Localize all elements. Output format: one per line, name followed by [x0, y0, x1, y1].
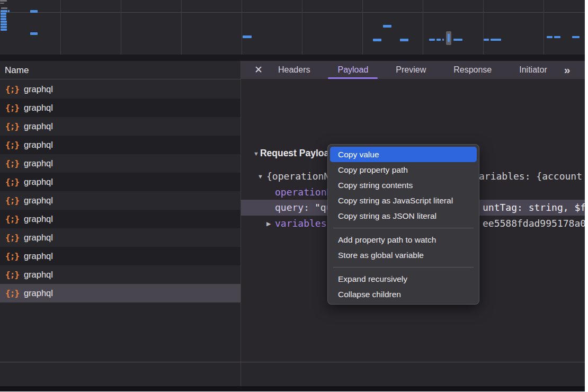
waterfall-bar: [1, 13, 6, 15]
menu-item-copy-value[interactable]: Copy value: [330, 147, 477, 162]
network-request-row[interactable]: {;}graphql: [0, 284, 240, 302]
overview-gridline: [423, 0, 423, 55]
property-key: query:: [275, 202, 309, 213]
waterfall-bar: [453, 39, 462, 41]
json-braces-icon: {;}: [5, 84, 19, 94]
network-request-row[interactable]: {;}graphql: [0, 136, 240, 154]
json-braces-icon: {;}: [5, 214, 19, 224]
tab-payload[interactable]: Payload: [324, 61, 382, 79]
waterfall-bar: [1, 23, 7, 25]
waterfall-bar: [1, 7, 7, 9]
menu-item-copy-string-as-json-literal[interactable]: Copy string as JSON literal: [330, 208, 477, 224]
menu-item-store-as-global-variable[interactable]: Store as global variable: [330, 247, 477, 263]
network-request-row[interactable]: {;}graphql: [0, 154, 240, 173]
json-braces-icon: {;}: [5, 288, 19, 298]
waterfall-bar: [30, 10, 38, 13]
property-value-right-fragment: untTag: string, $f: [483, 200, 585, 216]
request-name-label: graphql: [24, 140, 53, 150]
footer-vertical-divider: [240, 362, 241, 386]
tab-initiator[interactable]: Initiator: [505, 61, 560, 79]
menu-item-copy-string-as-javascript-literal[interactable]: Copy string as JavaScript literal: [330, 193, 477, 208]
collapsed-arrow-icon[interactable]: ▶: [266, 220, 271, 227]
request-name-label: graphql: [24, 103, 53, 113]
network-request-list: Name {;}graphql{;}graphql{;}graphql{;}gr…: [0, 61, 241, 362]
waterfall-bar: [1, 26, 7, 28]
json-braces-icon: {;}: [5, 233, 19, 243]
waterfall-bar: [8, 10, 10, 12]
json-braces-icon: {;}: [5, 140, 19, 150]
network-request-row[interactable]: {;}graphql: [0, 80, 240, 99]
name-column-label: Name: [5, 65, 29, 75]
waterfall-bar: [547, 36, 553, 38]
overview-gridline: [483, 0, 484, 55]
json-braces-icon: {;}: [5, 270, 19, 280]
menu-item-expand-recursively[interactable]: Expand recursively: [330, 271, 477, 287]
waterfall-bar: [429, 39, 435, 41]
bottom-black-bar: [0, 386, 585, 391]
status-footer: [0, 362, 585, 386]
json-braces-icon: {;}: [5, 195, 19, 206]
request-name-label: graphql: [24, 288, 53, 298]
waterfall-bar: [484, 39, 489, 41]
json-braces-icon: {;}: [5, 251, 19, 261]
waterfall-bar: [448, 34, 450, 42]
network-request-row[interactable]: {;}graphql: [0, 210, 240, 228]
request-name-label: graphql: [24, 251, 53, 261]
waterfall-bar: [30, 32, 38, 35]
network-request-row[interactable]: {;}graphql: [0, 99, 240, 117]
menu-item-collapse-children[interactable]: Collapse children: [330, 287, 477, 302]
close-icon[interactable]: ✕: [253, 61, 264, 79]
request-name-label: graphql: [24, 121, 53, 131]
waterfall-bar: [491, 39, 501, 41]
devtools-content: Name {;}graphql{;}graphql{;}graphql{;}gr…: [0, 0, 585, 391]
waterfall-bar: [1, 29, 7, 31]
request-name-label: graphql: [24, 158, 53, 168]
network-request-row[interactable]: {;}graphql: [0, 173, 240, 191]
more-tabs-icon[interactable]: »: [561, 64, 569, 76]
network-request-row[interactable]: {;}graphql: [0, 265, 240, 284]
menu-item-copy-property-path[interactable]: Copy property path: [330, 162, 477, 177]
network-request-row[interactable]: {;}graphql: [0, 117, 240, 136]
request-name-label: graphql: [24, 195, 53, 206]
name-column-header[interactable]: Name: [0, 61, 240, 79]
menu-item-copy-string-contents[interactable]: Copy string contents: [330, 177, 477, 193]
request-name-label: graphql: [24, 177, 53, 187]
network-request-row[interactable]: {;}graphql: [0, 191, 240, 210]
expand-arrow-icon[interactable]: ▼: [257, 173, 263, 180]
waterfall-bar: [1, 10, 7, 12]
waterfall-bar: [0, 0, 7, 2]
overview-bottom-strip: [0, 55, 585, 61]
waterfall-bar: [373, 39, 381, 41]
tab-response[interactable]: Response: [440, 61, 505, 79]
request-name-label: graphql: [24, 270, 53, 280]
network-overview-timeline[interactable]: [0, 0, 585, 61]
overview-gridline: [242, 0, 242, 55]
waterfall-bar: [572, 36, 580, 38]
request-payload-section-header[interactable]: ▼ Request Payload: [253, 148, 335, 159]
tab-preview[interactable]: Preview: [382, 61, 440, 79]
detail-tab-bar: ✕ HeadersPayloadPreviewResponseInitiator…: [241, 61, 585, 79]
json-braces-icon: {;}: [5, 103, 19, 113]
request-name-label: graphql: [24, 84, 53, 94]
overview-gridline: [121, 0, 121, 55]
waterfall-bar: [0, 3, 4, 4]
network-request-row[interactable]: {;}graphql: [0, 228, 240, 247]
overview-horizontal-gridline: [0, 12, 585, 13]
network-request-row[interactable]: {;}graphql: [0, 247, 240, 265]
waterfall-bar: [1, 18, 6, 20]
devtools-window: Name {;}graphql{;}graphql{;}graphql{;}gr…: [0, 0, 588, 392]
tab-headers[interactable]: Headers: [264, 61, 324, 79]
json-braces-icon: {;}: [5, 158, 19, 168]
menu-separator: [328, 224, 479, 232]
menu-item-add-property-path-to-watch[interactable]: Add property path to watch: [330, 232, 477, 247]
waterfall-bar: [400, 39, 408, 41]
waterfall-bar: [436, 39, 441, 41]
overview-gridline: [302, 0, 302, 55]
section-expand-icon[interactable]: ▼: [253, 150, 259, 157]
request-name-label: graphql: [24, 233, 53, 243]
waterfall-bar: [243, 35, 252, 38]
overview-gridline: [362, 0, 363, 55]
overview-gridline: [181, 0, 182, 55]
overview-gridline: [60, 0, 61, 55]
waterfall-bar: [554, 36, 560, 38]
